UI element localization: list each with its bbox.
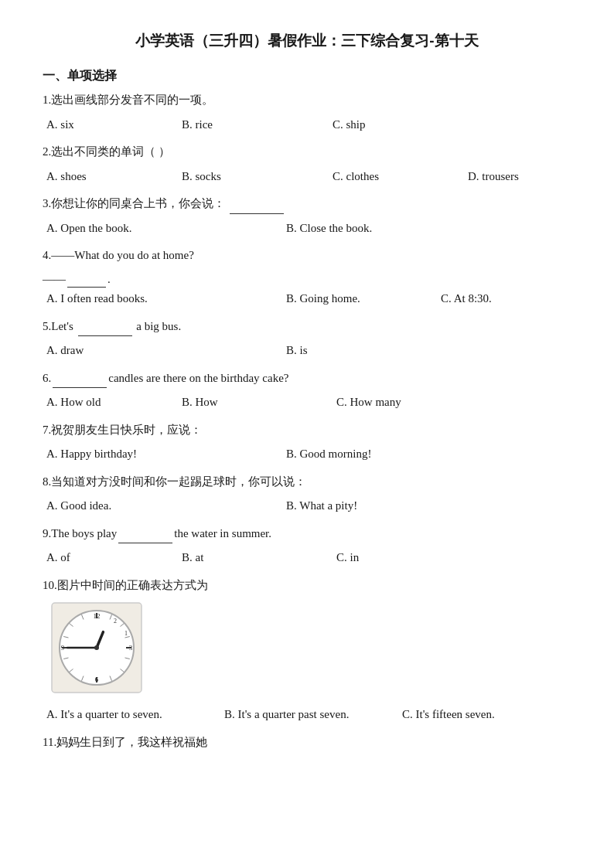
q5-options: A. draw B. is (43, 341, 571, 361)
question-11: 11.妈妈生日到了，我这样祝福她 (43, 733, 571, 753)
q4-opt-c: C. At 8:30. (441, 289, 492, 309)
q6-text2: candles are there on the birthday cake? (108, 372, 288, 384)
page-title: 小学英语（三升四）暑假作业：三下综合复习-第十天 (43, 31, 571, 51)
q2-text: 2.选出不同类的单词（ ） (43, 145, 170, 158)
q11-text: 11.妈妈生日到了，我这样祝福她 (43, 736, 207, 748)
q4-opt-a: A. I often read books. (46, 289, 286, 309)
q5-text2: a big bus. (136, 320, 181, 332)
q4-options: A. I often read books. B. Going home. C.… (43, 289, 571, 309)
q2-options: A. shoes B. socks C. clothes D. trousers (43, 167, 571, 187)
q1-opt-c: C. ship (333, 115, 468, 135)
q3-opt-a: A. Open the book. (46, 219, 286, 239)
q3-text: 3.你想让你的同桌合上书，你会说： (43, 197, 225, 209)
q7-text: 7.祝贺朋友生日快乐时，应说： (43, 424, 202, 436)
q3-opt-b: B. Close the book. (286, 219, 441, 239)
clock-svg: 12 6 3 9 2 1 (50, 601, 143, 694)
svg-text:6: 6 (95, 676, 99, 683)
q2-opt-d: D. trousers (468, 167, 576, 187)
q7-opt-a: A. Happy birthday! (46, 444, 286, 465)
svg-point-26 (94, 645, 99, 650)
question-8: 8.当知道对方没时间和你一起踢足球时，你可以说： (43, 472, 571, 492)
question-3: 3.你想让你的同桌合上书，你会说： (43, 194, 571, 214)
q3-blank (230, 213, 284, 214)
svg-text:3: 3 (129, 644, 133, 652)
q5-opt-a: A. draw (46, 341, 286, 361)
q4-opt-b: B. Going home. (286, 289, 441, 309)
q5-text1: 5.Let's (43, 320, 73, 332)
q9-opt-b: B. at (182, 548, 336, 568)
q10-options: A. It's a quarter to seven. B. It's a qu… (43, 705, 571, 725)
svg-text:1: 1 (125, 630, 128, 637)
q9-options: A. of B. at C. in (43, 548, 571, 568)
question-9: 9.The boys playthe water in summer. (43, 524, 571, 544)
q4-dash-text: —— (43, 273, 66, 285)
q4-period: . (107, 273, 111, 285)
q10-text: 10.图片中时间的正确表达方式为 (43, 579, 208, 591)
question-5: 5.Let's a big bus. (43, 317, 571, 337)
q8-opt-b: B. What a pity! (286, 496, 441, 516)
q9-text1: 9.The boys play (43, 527, 117, 540)
question-7: 7.祝贺朋友生日快乐时，应说： (43, 420, 571, 441)
q1-options: A. six B. rice C. ship (43, 115, 571, 135)
question-6: 6.candles are there on the birthday cake… (43, 369, 571, 389)
q10-opt-c: C. It's fifteen seven. (402, 705, 495, 725)
q4-text: 4.——What do you do at home? (43, 249, 194, 261)
clock-image-container: 12 6 3 9 2 1 (50, 601, 571, 697)
q6-blank (53, 387, 107, 388)
svg-text:2: 2 (114, 618, 117, 625)
q10-opt-b: B. It's a quarter past seven. (224, 705, 402, 725)
q10-opt-a: A. It's a quarter to seven. (46, 705, 224, 725)
q9-blank (118, 543, 172, 543)
q8-options: A. Good idea. B. What a pity! (43, 496, 571, 516)
q9-text2: the water in summer. (174, 527, 271, 540)
question-4: 4.——What do you do at home? (43, 246, 571, 266)
q1-opt-b: B. rice (182, 115, 333, 135)
question-1: 1.选出画线部分发音不同的一项。 (43, 90, 571, 111)
q1-opt-a: A. six (46, 115, 182, 135)
q2-opt-b: B. socks (182, 167, 333, 187)
q2-opt-a: A. shoes (46, 167, 182, 187)
q5-blank (78, 335, 132, 336)
q5-opt-b: B. is (286, 341, 441, 361)
section1-heading: 一、单项选择 (43, 68, 571, 84)
svg-text:12: 12 (94, 612, 101, 620)
q8-text: 8.当知道对方没时间和你一起踢足球时，你可以说： (43, 475, 306, 488)
q7-options: A. Happy birthday! B. Good morning! (43, 444, 571, 465)
q9-opt-c: C. in (336, 548, 359, 568)
q9-opt-a: A. of (46, 548, 182, 568)
q6-opt-b: B. How (182, 393, 336, 413)
q4-blank (67, 287, 106, 288)
q6-text1: 6. (43, 372, 51, 384)
q6-options: A. How old B. How C. How many (43, 393, 571, 413)
q2-opt-c: C. clothes (333, 167, 468, 187)
question-2: 2.选出不同类的单词（ ） (43, 142, 571, 162)
question-10: 10.图片中时间的正确表达方式为 (43, 576, 571, 596)
q7-opt-b: B. Good morning! (286, 444, 441, 465)
q6-opt-a: A. How old (46, 393, 182, 413)
svg-text:9: 9 (61, 644, 65, 652)
q1-text: 1.选出画线部分发音不同的一项。 (43, 94, 213, 106)
q8-opt-a: A. Good idea. (46, 496, 286, 516)
q4-dash: ——. (43, 271, 571, 288)
q6-opt-c: C. How many (336, 393, 401, 413)
q3-options: A. Open the book. B. Close the book. (43, 219, 571, 239)
